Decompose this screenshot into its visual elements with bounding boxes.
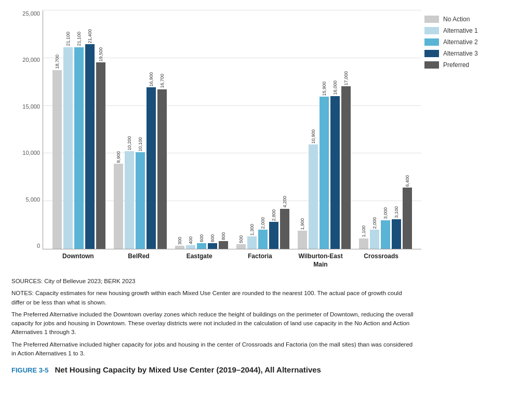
bar-value: 1,300 — [250, 224, 255, 236]
legend-swatch — [424, 38, 439, 46]
bar-wrapper: 1,900 — [298, 218, 307, 249]
y-label-5000: 5,000 — [13, 196, 40, 203]
bar-wrapper: 21,100 — [74, 32, 84, 249]
bar — [236, 244, 246, 249]
bar-group-eastgate: 300400600600800 — [171, 232, 232, 249]
bar-value: 2,800 — [272, 209, 276, 221]
bar-value: 21,100 — [77, 32, 82, 46]
x-label-wilburton-east-main: Wilburton-EastMain — [290, 249, 351, 269]
bar-wrapper: 500 — [236, 235, 246, 249]
bar — [341, 86, 351, 249]
bar-value: 2,000 — [373, 217, 377, 229]
bar-value: 3,000 — [383, 207, 388, 219]
x-label-factoria: Factoria — [230, 249, 290, 269]
bar-value: 6,400 — [405, 175, 410, 187]
figure-caption: FIGURE 3-5 Net Housing Capacity by Mixed… — [11, 365, 521, 374]
x-label-eastgate: Eastgate — [169, 249, 230, 269]
figure-label: FIGURE 3-5 — [11, 366, 49, 374]
bar-wrapper: 2,000 — [258, 217, 268, 249]
bar-value: 21,100 — [66, 32, 71, 46]
y-label-0: 0 — [13, 243, 40, 249]
chart-container: 0 5,000 10,000 15,000 20,000 25,000 18,7… — [11, 10, 521, 374]
bar-wrapper: 3,100 — [392, 206, 401, 249]
bar-wrapper: 18,700 — [52, 55, 62, 249]
bar-wrapper: 300 — [175, 237, 184, 249]
bar-wrapper: 15,900 — [320, 82, 329, 249]
bar-value: 10,200 — [127, 136, 132, 151]
legend-item-no-action: No Action — [424, 16, 521, 23]
y-axis-labels: 0 5,000 10,000 15,000 20,000 25,000 — [13, 10, 40, 249]
bar-wrapper: 2,000 — [370, 217, 379, 249]
bar — [136, 152, 145, 249]
bar — [392, 219, 401, 249]
bar — [381, 220, 390, 249]
bar — [330, 96, 340, 249]
bar — [186, 245, 195, 249]
bar-wrapper: 16,900 — [147, 72, 156, 249]
bar — [74, 47, 84, 249]
bar-wrapper: 1,100 — [359, 225, 368, 249]
footnotes: SOURCES: City of Bellevue 2023; BERK 202… — [11, 277, 417, 358]
bar — [175, 246, 184, 249]
bar-wrapper: 16,700 — [157, 74, 167, 249]
bar — [298, 231, 307, 249]
bar-value: 15,900 — [322, 82, 327, 96]
bar-value: 8,900 — [116, 151, 121, 163]
bar-group-wilburton-east-main: 1,90010,90015,90016,00017,000 — [294, 71, 355, 249]
bar-value: 500 — [239, 235, 244, 243]
bar-value: 1,100 — [362, 225, 366, 237]
bar-wrapper: 21,100 — [63, 32, 73, 249]
bar-wrapper: 10,100 — [136, 137, 145, 249]
bar — [403, 188, 412, 249]
y-label-10000: 10,000 — [13, 150, 40, 156]
bar — [320, 97, 329, 249]
bar-value: 4,200 — [283, 196, 287, 208]
bar-value: 3,100 — [394, 206, 399, 218]
legend-item-alternative-1: Alternative 1 — [424, 27, 521, 34]
bar-wrapper: 16,000 — [330, 81, 340, 249]
bar — [359, 238, 368, 249]
bar — [63, 47, 73, 249]
note1-text: NOTES: Capacity estimates for new housin… — [11, 289, 417, 307]
bar-value: 17,000 — [344, 71, 349, 86]
bar — [269, 222, 278, 249]
legend-label: Alternative 2 — [443, 38, 478, 46]
bar-value: 600 — [200, 234, 204, 242]
legend-item-preferred: Preferred — [424, 61, 521, 69]
bar-wrapper: 4,200 — [280, 196, 289, 249]
legend-label: Alternative 1 — [443, 27, 478, 34]
bar-wrapper: 17,000 — [341, 71, 351, 249]
bar — [96, 62, 105, 249]
bar-group-downtown: 18,70021,10021,10021,40019,500 — [48, 29, 110, 249]
bar — [247, 236, 257, 249]
bar-wrapper: 3,000 — [381, 207, 390, 249]
bar-value: 18,700 — [55, 55, 60, 69]
bar-group-factoria: 5001,3002,0002,8004,200 — [232, 196, 294, 249]
bar-wrapper: 21,400 — [85, 29, 95, 249]
legend-item-alternative-2: Alternative 2 — [424, 38, 521, 46]
bar-value: 600 — [210, 234, 215, 242]
bar-value: 16,000 — [333, 81, 338, 95]
bar-group-crossroads: 1,1002,0003,0003,1006,400 — [355, 175, 416, 249]
bar-group-belred: 8,90010,20010,10016,90016,700 — [110, 72, 171, 249]
bar-value: 21,400 — [88, 29, 92, 44]
bar-wrapper: 400 — [186, 236, 195, 249]
bar-value: 10,100 — [138, 137, 143, 152]
legend-swatch — [424, 27, 439, 34]
bar-wrapper: 19,500 — [96, 47, 105, 249]
legend-item-alternative-3: Alternative 3 — [424, 50, 521, 57]
bar-wrapper: 600 — [197, 234, 206, 249]
y-label-25000: 25,000 — [13, 10, 40, 17]
bar — [219, 241, 228, 249]
x-label-belred: BelRed — [109, 249, 169, 269]
bar-wrapper: 800 — [219, 232, 228, 249]
bar-wrapper: 10,900 — [309, 129, 318, 249]
chart-area: 0 5,000 10,000 15,000 20,000 25,000 18,7… — [43, 10, 421, 249]
bar — [258, 230, 268, 249]
bar — [114, 164, 123, 249]
note2-text: The Preferred Alternative included the D… — [11, 310, 417, 337]
bar-value: 1,900 — [300, 218, 305, 230]
bar — [280, 209, 289, 249]
legend-label: Preferred — [443, 61, 469, 69]
legend-swatch — [424, 16, 439, 23]
